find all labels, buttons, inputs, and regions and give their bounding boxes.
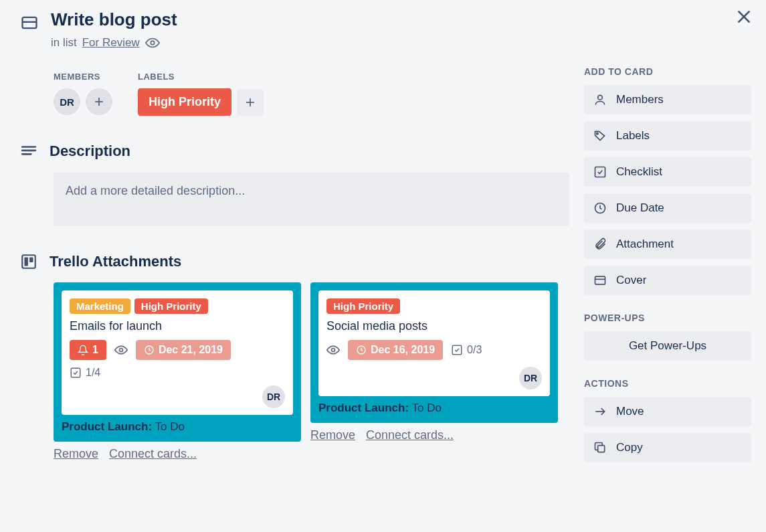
mini-label: Marketing xyxy=(70,298,130,314)
attachment-board: Product Launch: To Do xyxy=(318,402,550,415)
connect-cards-link[interactable]: Connect cards... xyxy=(366,428,454,442)
checklist-button[interactable]: Checklist xyxy=(584,157,751,187)
svg-rect-13 xyxy=(25,258,28,266)
watch-icon[interactable] xyxy=(145,35,160,50)
members-button[interactable]: Members xyxy=(584,85,751,114)
trello-icon xyxy=(20,253,37,270)
svg-rect-17 xyxy=(71,368,80,377)
due-date-button[interactable]: Due Date xyxy=(584,193,751,223)
svg-point-22 xyxy=(597,132,599,135)
attachment-avatar: DR xyxy=(262,385,285,408)
remove-link[interactable]: Remove xyxy=(54,447,98,461)
attachment-board: Product Launch: To Do xyxy=(62,420,293,434)
checklist-badge: 1/4 xyxy=(70,367,100,379)
eye-icon xyxy=(114,343,128,357)
svg-point-18 xyxy=(332,349,335,352)
attachments-heading: Trello Attachments xyxy=(50,253,181,270)
labels-button-label: Labels xyxy=(616,129,650,143)
actions-heading: ACTIONS xyxy=(584,378,751,389)
checklist-button-label: Checklist xyxy=(616,165,662,179)
in-list-prefix: in list xyxy=(51,36,77,50)
svg-point-15 xyxy=(119,349,122,352)
copy-button[interactable]: Copy xyxy=(584,433,751,462)
due-badge: Dec 16, 2019 xyxy=(348,340,443,360)
attachment-button[interactable]: Attachment xyxy=(584,230,751,259)
bell-badge: 1 xyxy=(70,340,106,360)
svg-point-21 xyxy=(598,95,603,100)
description-heading: Description xyxy=(50,143,130,160)
attachment-card[interactable]: MarketingHigh PriorityEmails for launch1… xyxy=(54,282,301,442)
attachment-title: Emails for launch xyxy=(70,319,285,333)
labels-heading: LABELS xyxy=(138,72,264,82)
connect-cards-link[interactable]: Connect cards... xyxy=(109,447,197,461)
member-avatar[interactable]: DR xyxy=(54,88,80,115)
get-powerups-button[interactable]: Get Power-Ups xyxy=(584,331,751,361)
svg-rect-20 xyxy=(452,345,462,355)
description-icon xyxy=(20,143,37,160)
svg-point-4 xyxy=(151,41,155,45)
add-member-button[interactable] xyxy=(86,88,112,115)
move-button-label: Move xyxy=(616,405,644,418)
svg-rect-28 xyxy=(598,446,605,452)
svg-rect-23 xyxy=(595,167,605,177)
labels-button[interactable]: Labels xyxy=(584,121,751,151)
copy-button-label: Copy xyxy=(616,441,643,454)
due-badge: Dec 21, 2019 xyxy=(136,340,231,360)
label-chip[interactable]: High Priority xyxy=(138,88,231,116)
svg-rect-25 xyxy=(595,276,605,284)
svg-rect-14 xyxy=(29,258,33,263)
close-button[interactable] xyxy=(735,8,753,25)
mini-label: High Priority xyxy=(326,298,400,314)
description-input[interactable]: Add a more detailed description... xyxy=(54,172,569,226)
remove-link[interactable]: Remove xyxy=(310,428,355,442)
list-link[interactable]: For Review xyxy=(82,36,140,50)
add-to-card-heading: ADD TO CARD xyxy=(584,66,751,77)
get-powerups-label: Get Power-Ups xyxy=(629,339,706,353)
cover-button-label: Cover xyxy=(616,274,646,287)
mini-label: High Priority xyxy=(134,298,208,314)
due-date-button-label: Due Date xyxy=(616,201,664,215)
card-icon xyxy=(20,13,39,32)
attachment-card[interactable]: High PrioritySocial media postsDec 16, 2… xyxy=(310,282,558,423)
cover-button[interactable]: Cover xyxy=(584,266,751,295)
eye-icon xyxy=(326,343,340,357)
attachment-button-label: Attachment xyxy=(616,238,674,251)
members-button-label: Members xyxy=(616,93,664,106)
card-title[interactable]: Write blog post xyxy=(51,9,177,30)
svg-rect-12 xyxy=(22,255,35,268)
attachment-title: Social media posts xyxy=(326,319,542,333)
add-label-button[interactable] xyxy=(237,89,264,116)
powerups-heading: POWER-UPS xyxy=(584,313,751,323)
members-heading: MEMBERS xyxy=(54,72,112,82)
checklist-badge: 0/3 xyxy=(451,344,482,356)
move-button[interactable]: Move xyxy=(584,397,751,426)
attachment-avatar: DR xyxy=(519,367,542,389)
